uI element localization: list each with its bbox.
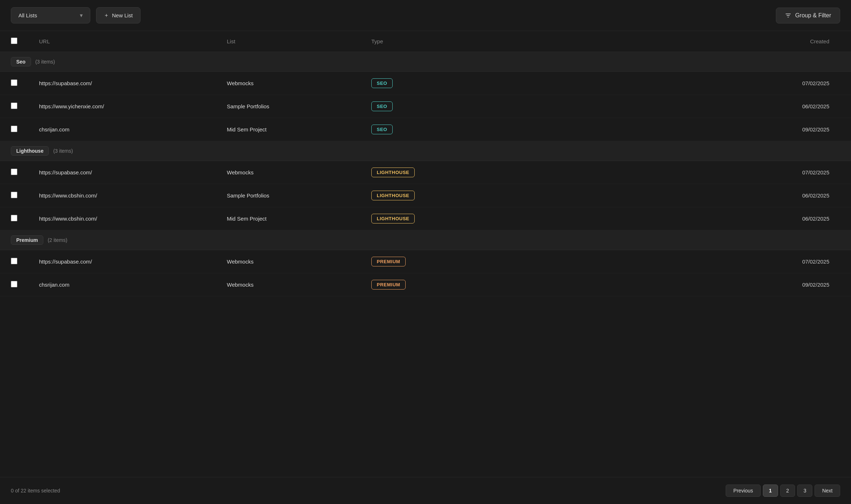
row-list: Webmocks	[216, 161, 360, 184]
group-header-seo: Seo (3 items)	[0, 52, 851, 72]
group-label: Seo (3 items)	[11, 57, 55, 66]
row-list: Webmocks	[216, 273, 360, 296]
row-checkbox[interactable]	[11, 192, 17, 198]
row-created: 06/02/2025	[505, 184, 851, 207]
row-url: https://supabase.com/	[28, 161, 216, 184]
row-checkbox-cell	[0, 161, 28, 184]
row-checkbox-cell	[0, 72, 28, 95]
row-type: PREMIUM	[360, 273, 505, 296]
page-3-button[interactable]: 3	[797, 485, 812, 497]
header-created: Created	[505, 31, 851, 52]
row-url: https://www.cbshin.com/	[28, 184, 216, 207]
table-row: https://www.cbshin.com/ Sample Portfolio…	[0, 184, 851, 207]
row-checkbox[interactable]	[11, 258, 17, 264]
selection-info: 0 of 22 items selected	[11, 488, 60, 494]
header-type: Type	[360, 31, 505, 52]
filter-icon	[785, 12, 791, 19]
row-url: https://supabase.com/	[28, 250, 216, 273]
table-row: https://supabase.com/ Webmocks PREMIUM 0…	[0, 250, 851, 273]
row-created: 06/02/2025	[505, 95, 851, 118]
table-row: https://www.yichenxie.com/ Sample Portfo…	[0, 95, 851, 118]
row-list: Sample Portfolios	[216, 95, 360, 118]
group-count: (3 items)	[35, 59, 55, 65]
row-list: Sample Portfolios	[216, 184, 360, 207]
all-lists-dropdown[interactable]: All Lists ▾	[11, 7, 90, 23]
next-button[interactable]: Next	[815, 485, 840, 497]
group-header-cell: Seo (3 items)	[0, 52, 851, 72]
row-checkbox-cell	[0, 207, 28, 230]
row-created: 07/02/2025	[505, 72, 851, 95]
type-badge: SEO	[371, 125, 393, 134]
row-type: LIGHTHOUSE	[360, 207, 505, 230]
group-filter-button[interactable]: Group & Filter	[776, 8, 840, 23]
toolbar: All Lists ▾ ＋ New List Group & Filter	[0, 0, 851, 31]
table-row: chsrijan.com Webmocks PREMIUM 09/02/2025	[0, 273, 851, 296]
group-label: Lighthouse (3 items)	[11, 146, 73, 156]
all-lists-label: All Lists	[18, 12, 37, 18]
header-url: URL	[28, 31, 216, 52]
row-type: LIGHTHOUSE	[360, 161, 505, 184]
page-2-button[interactable]: 2	[780, 485, 795, 497]
row-checkbox-cell	[0, 250, 28, 273]
table-row: https://supabase.com/ Webmocks SEO 07/02…	[0, 72, 851, 95]
row-url: chsrijan.com	[28, 273, 216, 296]
new-list-label: New List	[112, 12, 133, 18]
row-created: 07/02/2025	[505, 250, 851, 273]
row-type: LIGHTHOUSE	[360, 184, 505, 207]
type-badge: SEO	[371, 101, 393, 111]
type-badge: PREMIUM	[371, 257, 406, 266]
group-header-lighthouse: Lighthouse (3 items)	[0, 141, 851, 161]
chevron-down-icon: ▾	[80, 12, 83, 19]
toolbar-left: All Lists ▾ ＋ New List	[11, 7, 141, 23]
type-badge: LIGHTHOUSE	[371, 168, 415, 177]
row-list: Mid Sem Project	[216, 207, 360, 230]
pagination: Previous 1 2 3 Next	[726, 485, 840, 497]
row-type: PREMIUM	[360, 250, 505, 273]
group-count: (3 items)	[53, 148, 73, 154]
new-list-button[interactable]: ＋ New List	[96, 7, 141, 23]
header-list: List	[216, 31, 360, 52]
group-badge: Lighthouse	[11, 146, 49, 156]
row-created: 07/02/2025	[505, 161, 851, 184]
group-filter-label: Group & Filter	[795, 12, 831, 19]
plus-icon: ＋	[104, 12, 109, 19]
row-url: chsrijan.com	[28, 118, 216, 141]
group-label: Premium (2 items)	[11, 235, 67, 245]
row-url: https://www.cbshin.com/	[28, 207, 216, 230]
group-header-cell: Lighthouse (3 items)	[0, 141, 851, 161]
row-created: 06/02/2025	[505, 207, 851, 230]
row-created: 09/02/2025	[505, 273, 851, 296]
row-checkbox-cell	[0, 95, 28, 118]
footer: 0 of 22 items selected Previous 1 2 3 Ne…	[0, 477, 851, 504]
row-created: 09/02/2025	[505, 118, 851, 141]
previous-button[interactable]: Previous	[726, 485, 760, 497]
row-type: SEO	[360, 72, 505, 95]
group-count: (2 items)	[48, 237, 67, 243]
row-list: Webmocks	[216, 72, 360, 95]
group-header-premium: Premium (2 items)	[0, 230, 851, 250]
row-checkbox[interactable]	[11, 126, 17, 132]
page-1-button[interactable]: 1	[763, 485, 778, 497]
row-url: https://supabase.com/	[28, 72, 216, 95]
select-all-checkbox[interactable]	[11, 38, 17, 44]
row-url: https://www.yichenxie.com/	[28, 95, 216, 118]
row-checkbox[interactable]	[11, 169, 17, 175]
type-badge: SEO	[371, 78, 393, 88]
type-badge: LIGHTHOUSE	[371, 191, 415, 200]
row-list: Mid Sem Project	[216, 118, 360, 141]
row-checkbox[interactable]	[11, 215, 17, 221]
type-badge: LIGHTHOUSE	[371, 214, 415, 223]
main-table: URL List Type Created Seo (3 items) http…	[0, 31, 851, 296]
group-badge: Seo	[11, 57, 31, 66]
row-checkbox[interactable]	[11, 103, 17, 109]
row-type: SEO	[360, 95, 505, 118]
row-checkbox-cell	[0, 273, 28, 296]
table-row: https://supabase.com/ Webmocks LIGHTHOUS…	[0, 161, 851, 184]
table-header-row: URL List Type Created	[0, 31, 851, 52]
row-checkbox[interactable]	[11, 79, 17, 86]
row-checkbox-cell	[0, 118, 28, 141]
row-checkbox[interactable]	[11, 281, 17, 287]
group-badge: Premium	[11, 235, 43, 245]
group-header-cell: Premium (2 items)	[0, 230, 851, 250]
row-list: Webmocks	[216, 250, 360, 273]
